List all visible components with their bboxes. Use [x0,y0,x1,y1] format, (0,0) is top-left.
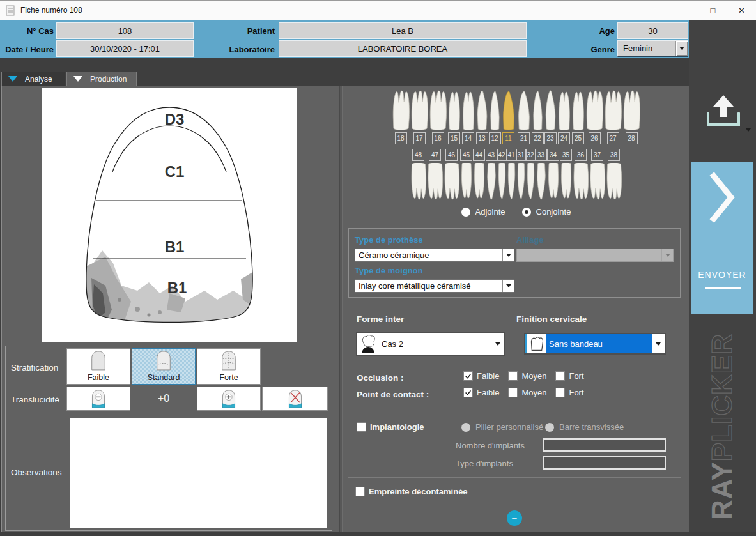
tooth-14[interactable] [461,90,475,130]
tooth-28[interactable] [622,90,641,130]
tooth-35[interactable] [560,163,573,200]
upload-menu-arrow[interactable] [746,128,751,132]
tooth-number-16[interactable]: 16 [432,132,444,144]
tooth-15[interactable] [447,90,461,130]
point-contact-moyen-option[interactable]: Moyen [508,388,546,397]
tooth-32[interactable] [526,163,536,200]
tooth-11[interactable] [501,90,516,130]
tooth-36[interactable] [573,163,589,200]
upload-button[interactable] [703,94,744,131]
tooth-number-26[interactable]: 26 [589,132,601,144]
translucidite-plus-button[interactable] [197,387,261,411]
tooth-33[interactable] [536,163,547,200]
tooth-number-25[interactable]: 25 [572,132,584,144]
tooth-13[interactable] [475,90,489,130]
tooth-number-44[interactable]: 44 [473,149,485,161]
tooth-47[interactable] [427,163,444,200]
tooth-34[interactable] [547,163,560,200]
tooth-number-46[interactable]: 46 [445,149,458,161]
occlusion-fort-checkbox[interactable] [555,371,565,381]
stratification-forte-button[interactable]: Forte [197,348,261,385]
tooth-number-11[interactable]: 11 [502,132,514,144]
forme-inter-combobox[interactable]: Cas 2 [356,332,505,356]
tooth-37[interactable] [589,163,606,200]
point-contact-moyen-checkbox[interactable] [508,388,518,397]
implantologie-checkbox[interactable] [357,422,366,432]
tooth-number-21[interactable]: 21 [518,132,530,144]
tooth-16[interactable] [429,90,447,130]
tooth-number-31[interactable]: 31 [516,149,526,161]
tooth-number-22[interactable]: 22 [532,132,544,144]
tooth-number-36[interactable]: 36 [575,149,587,161]
genre-dropdown-arrow[interactable] [675,41,688,56]
adjointe-radio[interactable] [461,208,470,217]
observations-textarea[interactable] [70,418,327,528]
translucidite-minus-button[interactable] [66,387,130,411]
occlusion-moyen-option[interactable]: Moyen [508,371,546,381]
finition-dropdown-arrow[interactable] [652,334,665,353]
tooth-number-13[interactable]: 13 [476,132,488,144]
stratification-standard-button[interactable]: Standard [132,348,196,385]
tooth-number-17[interactable]: 17 [413,132,426,144]
stratification-faible-button[interactable]: Faible [66,348,130,385]
tooth-number-38[interactable]: 38 [608,149,620,161]
tooth-45[interactable] [460,163,473,200]
tooth-number-14[interactable]: 14 [462,132,474,144]
tooth-44[interactable] [473,163,486,200]
empreinte-checkbox[interactable] [355,487,365,496]
tooth-number-18[interactable]: 18 [395,132,407,144]
occlusion-moyen-checkbox[interactable] [508,371,518,381]
close-button[interactable]: ✕ [727,1,756,20]
type-prothese-dropdown-arrow[interactable] [502,249,514,261]
tooth-48[interactable] [410,163,427,200]
tooth-18[interactable] [392,90,410,130]
empreinte-option[interactable]: Empreinte décontaminée [355,487,468,496]
type-moignon-dropdown-arrow[interactable] [502,280,514,292]
tooth-number-41[interactable]: 41 [507,149,516,161]
implantologie-option[interactable]: Implantologie [357,422,424,432]
tooth-number-12[interactable]: 12 [489,132,501,144]
tooth-22[interactable] [532,90,544,130]
tooth-number-47[interactable]: 47 [429,149,441,161]
send-button[interactable]: ENVOYER [691,162,753,314]
adjointe-radio-option[interactable]: Adjointe [461,207,505,217]
tooth-number-28[interactable]: 28 [626,132,638,144]
translucidite-reset-button[interactable] [262,387,328,411]
tooth-number-43[interactable]: 43 [486,149,497,161]
maximize-button[interactable]: □ [698,1,727,20]
conjointe-radio-option[interactable]: Conjointe [522,207,571,217]
type-prothese-combobox[interactable]: Céramo céramique [355,249,514,262]
collapse-button[interactable]: − [507,510,522,526]
tooth-43[interactable] [486,163,497,200]
genre-combobox[interactable]: Feminin [617,40,688,57]
tooth-number-15[interactable]: 15 [448,132,460,144]
forme-inter-dropdown-arrow[interactable] [491,333,504,355]
conjointe-radio[interactable] [522,208,531,217]
tooth-12[interactable] [489,90,501,130]
occlusion-fort-option[interactable]: Fort [555,371,583,381]
tooth-25[interactable] [571,90,585,130]
tooth-number-45[interactable]: 45 [460,149,472,161]
tooth-number-42[interactable]: 42 [497,149,507,161]
tooth-38[interactable] [606,163,622,200]
tooth-number-24[interactable]: 24 [558,132,570,144]
tooth-31[interactable] [516,163,526,200]
occlusion-faible-option[interactable]: Faible [463,371,499,381]
point-contact-fort-option[interactable]: Fort [555,388,583,397]
tooth-number-27[interactable]: 27 [607,132,619,144]
tooth-number-35[interactable]: 35 [560,149,572,161]
tooth-number-32[interactable]: 32 [526,149,536,161]
tooth-21[interactable] [516,90,532,130]
finition-cervicale-combobox[interactable]: Sans bandeau [524,333,666,355]
tooth-42[interactable] [497,163,507,200]
nombre-implants-input[interactable] [543,438,666,452]
tab-analyse[interactable]: Analyse [1,72,65,86]
tooth-number-37[interactable]: 37 [591,149,603,161]
tooth-23[interactable] [544,90,557,130]
tooth-number-34[interactable]: 34 [547,149,559,161]
point-contact-faible-option[interactable]: Faible [463,388,499,397]
tooth-26[interactable] [585,90,604,130]
tooth-46[interactable] [444,163,460,200]
tooth-number-48[interactable]: 48 [412,149,424,161]
tooth-27[interactable] [604,90,622,130]
